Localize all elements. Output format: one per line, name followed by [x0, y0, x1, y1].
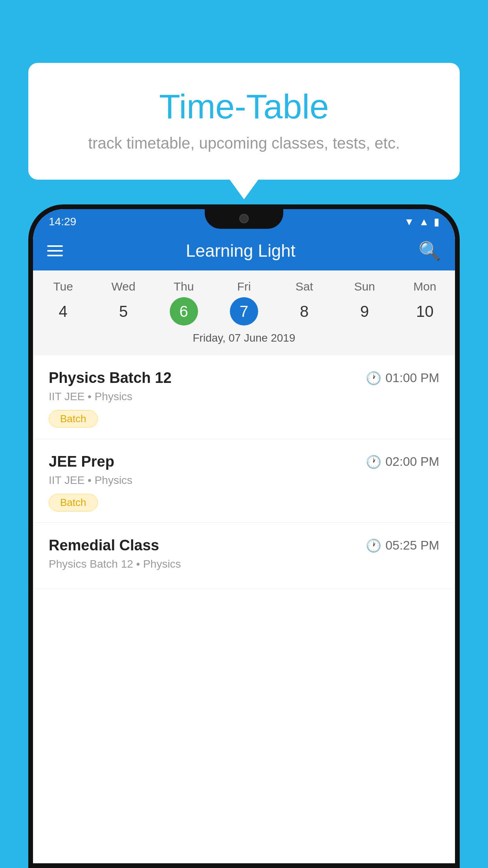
hamburger-menu-icon[interactable] — [47, 245, 63, 256]
schedule-item-3-meta: Physics Batch 12 • Physics — [49, 558, 439, 570]
schedule-item-1-tag: Batch — [49, 410, 98, 428]
schedule-list: Physics Batch 12 🕐 01:00 PM IIT JEE • Ph… — [33, 355, 455, 863]
schedule-item-3-time: 🕐 05:25 PM — [366, 538, 439, 553]
day-9[interactable]: 9 — [350, 297, 379, 326]
schedule-item-1-time-text: 01:00 PM — [385, 371, 439, 385]
app-bar: Learning Light 🔍 — [33, 231, 455, 270]
tooltip-subtitle: track timetable, upcoming classes, tests… — [60, 134, 428, 152]
schedule-item-1-header: Physics Batch 12 🕐 01:00 PM — [49, 370, 439, 386]
schedule-item-2-tag: Batch — [49, 494, 98, 511]
schedule-item-3-time-text: 05:25 PM — [385, 538, 439, 553]
day-header-sun: Sun — [334, 280, 394, 293]
schedule-item-2[interactable]: JEE Prep 🕐 02:00 PM IIT JEE • Physics Ba… — [33, 439, 455, 523]
day-header-wed: Wed — [93, 280, 153, 293]
schedule-item-2-name: JEE Prep — [49, 453, 114, 470]
battery-icon: ▮ — [434, 216, 439, 228]
day-header-sat: Sat — [274, 280, 334, 293]
clock-icon-3: 🕐 — [366, 538, 382, 553]
tooltip-card: Time-Table track timetable, upcoming cla… — [28, 63, 460, 180]
search-icon[interactable]: 🔍 — [418, 240, 441, 261]
tooltip-title: Time-Table — [60, 86, 428, 127]
day-header-fri: Fri — [214, 280, 274, 293]
phone-screen: 14:29 ▼ ▲ ▮ Learning Light 🔍 Tue Wed Thu — [33, 209, 455, 863]
schedule-item-1-meta: IIT JEE • Physics — [49, 390, 439, 403]
schedule-item-2-meta: IIT JEE • Physics — [49, 474, 439, 487]
schedule-item-1-name: Physics Batch 12 — [49, 370, 172, 386]
phone-notch — [205, 209, 283, 229]
day-5[interactable]: 5 — [109, 297, 138, 326]
clock-icon-2: 🕐 — [366, 454, 382, 469]
signal-icon: ▲ — [419, 216, 429, 228]
status-time: 14:29 — [49, 215, 76, 228]
schedule-item-3[interactable]: Remedial Class 🕐 05:25 PM Physics Batch … — [33, 523, 455, 589]
day-header-mon: Mon — [395, 280, 455, 293]
wifi-icon: ▼ — [404, 216, 415, 228]
schedule-item-3-name: Remedial Class — [49, 537, 159, 554]
schedule-item-3-header: Remedial Class 🕐 05:25 PM — [49, 537, 439, 554]
day-numbers: 4 5 6 7 8 9 10 — [33, 297, 455, 326]
day-headers: Tue Wed Thu Fri Sat Sun Mon — [33, 280, 455, 293]
schedule-item-2-time: 🕐 02:00 PM — [366, 454, 439, 469]
day-header-thu: Thu — [154, 280, 214, 293]
clock-icon-1: 🕐 — [366, 371, 382, 386]
calendar-strip: Tue Wed Thu Fri Sat Sun Mon 4 5 6 7 8 9 … — [33, 270, 455, 355]
day-header-tue: Tue — [33, 280, 93, 293]
schedule-item-1[interactable]: Physics Batch 12 🕐 01:00 PM IIT JEE • Ph… — [33, 355, 455, 439]
selected-date: Friday, 07 June 2019 — [33, 332, 455, 349]
app-title: Learning Light — [75, 241, 407, 261]
status-icons: ▼ ▲ ▮ — [404, 216, 439, 228]
phone-mockup: 14:29 ▼ ▲ ▮ Learning Light 🔍 Tue Wed Thu — [28, 204, 460, 868]
day-4[interactable]: 4 — [49, 297, 77, 326]
schedule-item-2-time-text: 02:00 PM — [385, 454, 439, 469]
day-6-today[interactable]: 6 — [170, 297, 198, 326]
day-8[interactable]: 8 — [290, 297, 318, 326]
schedule-item-1-time: 🕐 01:00 PM — [366, 371, 439, 386]
phone-camera — [239, 214, 249, 223]
day-10[interactable]: 10 — [411, 297, 439, 326]
day-7-selected[interactable]: 7 — [230, 297, 258, 326]
schedule-item-2-header: JEE Prep 🕐 02:00 PM — [49, 453, 439, 470]
